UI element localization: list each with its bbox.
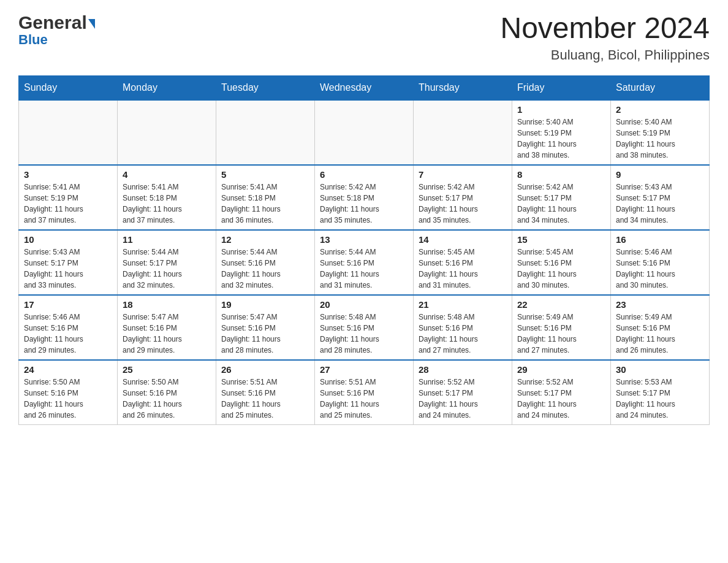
calendar-cell: 14Sunrise: 5:45 AM Sunset: 5:16 PM Dayli… <box>414 230 512 295</box>
calendar-cell: 24Sunrise: 5:50 AM Sunset: 5:16 PM Dayli… <box>19 360 118 425</box>
calendar-cell: 25Sunrise: 5:50 AM Sunset: 5:16 PM Dayli… <box>118 360 216 425</box>
day-info: Sunrise: 5:43 AM Sunset: 5:17 PM Dayligh… <box>616 182 704 226</box>
calendar-title: November 2024 <box>500 12 710 45</box>
day-number: 17 <box>24 299 112 310</box>
day-number: 21 <box>419 299 507 310</box>
day-number: 23 <box>616 299 704 310</box>
day-number: 1 <box>517 104 605 115</box>
day-number: 12 <box>221 234 309 245</box>
calendar-cell <box>216 100 315 165</box>
calendar-cell: 19Sunrise: 5:47 AM Sunset: 5:16 PM Dayli… <box>216 295 315 360</box>
week-row-3: 10Sunrise: 5:43 AM Sunset: 5:17 PM Dayli… <box>19 230 710 295</box>
day-number: 3 <box>24 169 112 180</box>
day-number: 28 <box>419 364 507 375</box>
calendar-cell: 12Sunrise: 5:44 AM Sunset: 5:16 PM Dayli… <box>216 230 315 295</box>
calendar-cell <box>19 100 118 165</box>
calendar-cell: 7Sunrise: 5:42 AM Sunset: 5:17 PM Daylig… <box>414 165 512 230</box>
day-header-friday: Friday <box>512 75 611 100</box>
calendar-cell: 10Sunrise: 5:43 AM Sunset: 5:17 PM Dayli… <box>19 230 118 295</box>
day-number: 7 <box>419 169 507 180</box>
day-info: Sunrise: 5:47 AM Sunset: 5:16 PM Dayligh… <box>221 312 309 356</box>
calendar-cell: 28Sunrise: 5:52 AM Sunset: 5:17 PM Dayli… <box>414 360 512 425</box>
calendar-cell: 26Sunrise: 5:51 AM Sunset: 5:16 PM Dayli… <box>216 360 315 425</box>
day-header-sunday: Sunday <box>19 75 118 100</box>
title-block: November 2024 Buluang, Bicol, Philippine… <box>500 12 710 63</box>
day-info: Sunrise: 5:50 AM Sunset: 5:16 PM Dayligh… <box>24 377 112 421</box>
calendar-cell: 18Sunrise: 5:47 AM Sunset: 5:16 PM Dayli… <box>118 295 216 360</box>
week-row-1: 1Sunrise: 5:40 AM Sunset: 5:19 PM Daylig… <box>19 100 710 165</box>
day-header-wednesday: Wednesday <box>315 75 414 100</box>
calendar-cell <box>414 100 512 165</box>
day-info: Sunrise: 5:51 AM Sunset: 5:16 PM Dayligh… <box>320 377 408 421</box>
calendar-cell: 21Sunrise: 5:48 AM Sunset: 5:16 PM Dayli… <box>414 295 512 360</box>
day-number: 26 <box>221 364 309 375</box>
week-row-5: 24Sunrise: 5:50 AM Sunset: 5:16 PM Dayli… <box>19 360 710 425</box>
day-info: Sunrise: 5:45 AM Sunset: 5:16 PM Dayligh… <box>419 247 507 291</box>
day-info: Sunrise: 5:46 AM Sunset: 5:16 PM Dayligh… <box>616 247 704 291</box>
calendar-cell: 23Sunrise: 5:49 AM Sunset: 5:16 PM Dayli… <box>611 295 710 360</box>
calendar-cell: 9Sunrise: 5:43 AM Sunset: 5:17 PM Daylig… <box>611 165 710 230</box>
day-info: Sunrise: 5:44 AM Sunset: 5:17 PM Dayligh… <box>123 247 211 291</box>
day-info: Sunrise: 5:44 AM Sunset: 5:16 PM Dayligh… <box>221 247 309 291</box>
day-info: Sunrise: 5:43 AM Sunset: 5:17 PM Dayligh… <box>24 247 112 291</box>
calendar-cell: 4Sunrise: 5:41 AM Sunset: 5:18 PM Daylig… <box>118 165 216 230</box>
logo: General Blue <box>18 12 95 48</box>
day-info: Sunrise: 5:52 AM Sunset: 5:17 PM Dayligh… <box>517 377 605 421</box>
page-header: General Blue November 2024 Buluang, Bico… <box>18 12 710 63</box>
calendar-cell: 13Sunrise: 5:44 AM Sunset: 5:16 PM Dayli… <box>315 230 414 295</box>
day-number: 25 <box>123 364 211 375</box>
day-number: 5 <box>221 169 309 180</box>
day-info: Sunrise: 5:41 AM Sunset: 5:18 PM Dayligh… <box>221 182 309 226</box>
calendar-cell: 27Sunrise: 5:51 AM Sunset: 5:16 PM Dayli… <box>315 360 414 425</box>
day-info: Sunrise: 5:48 AM Sunset: 5:16 PM Dayligh… <box>419 312 507 356</box>
day-info: Sunrise: 5:51 AM Sunset: 5:16 PM Dayligh… <box>221 377 309 421</box>
calendar-cell: 8Sunrise: 5:42 AM Sunset: 5:17 PM Daylig… <box>512 165 611 230</box>
day-info: Sunrise: 5:41 AM Sunset: 5:19 PM Dayligh… <box>24 182 112 226</box>
day-number: 27 <box>320 364 408 375</box>
day-info: Sunrise: 5:46 AM Sunset: 5:16 PM Dayligh… <box>24 312 112 356</box>
day-header-monday: Monday <box>118 75 216 100</box>
day-number: 10 <box>24 234 112 245</box>
day-number: 16 <box>616 234 704 245</box>
logo-general-text: General <box>18 12 87 33</box>
day-number: 8 <box>517 169 605 180</box>
calendar-cell: 15Sunrise: 5:45 AM Sunset: 5:16 PM Dayli… <box>512 230 611 295</box>
calendar-header-row: SundayMondayTuesdayWednesdayThursdayFrid… <box>19 75 710 100</box>
calendar-subtitle: Buluang, Bicol, Philippines <box>500 47 710 63</box>
week-row-2: 3Sunrise: 5:41 AM Sunset: 5:19 PM Daylig… <box>19 165 710 230</box>
calendar-cell: 29Sunrise: 5:52 AM Sunset: 5:17 PM Dayli… <box>512 360 611 425</box>
day-info: Sunrise: 5:49 AM Sunset: 5:16 PM Dayligh… <box>517 312 605 356</box>
calendar-cell: 30Sunrise: 5:53 AM Sunset: 5:17 PM Dayli… <box>611 360 710 425</box>
calendar-table: SundayMondayTuesdayWednesdayThursdayFrid… <box>18 75 710 425</box>
calendar-cell <box>315 100 414 165</box>
day-number: 24 <box>24 364 112 375</box>
day-info: Sunrise: 5:42 AM Sunset: 5:17 PM Dayligh… <box>517 182 605 226</box>
day-number: 6 <box>320 169 408 180</box>
day-info: Sunrise: 5:49 AM Sunset: 5:16 PM Dayligh… <box>616 312 704 356</box>
day-info: Sunrise: 5:42 AM Sunset: 5:17 PM Dayligh… <box>419 182 507 226</box>
day-info: Sunrise: 5:45 AM Sunset: 5:16 PM Dayligh… <box>517 247 605 291</box>
day-info: Sunrise: 5:52 AM Sunset: 5:17 PM Dayligh… <box>419 377 507 421</box>
day-info: Sunrise: 5:40 AM Sunset: 5:19 PM Dayligh… <box>517 117 605 161</box>
logo-arrow-icon <box>88 19 95 29</box>
day-info: Sunrise: 5:48 AM Sunset: 5:16 PM Dayligh… <box>320 312 408 356</box>
calendar-cell: 16Sunrise: 5:46 AM Sunset: 5:16 PM Dayli… <box>611 230 710 295</box>
calendar-cell: 3Sunrise: 5:41 AM Sunset: 5:19 PM Daylig… <box>19 165 118 230</box>
day-number: 11 <box>123 234 211 245</box>
calendar-cell: 2Sunrise: 5:40 AM Sunset: 5:19 PM Daylig… <box>611 100 710 165</box>
calendar-cell <box>118 100 216 165</box>
day-number: 15 <box>517 234 605 245</box>
day-header-tuesday: Tuesday <box>216 75 315 100</box>
calendar-cell: 5Sunrise: 5:41 AM Sunset: 5:18 PM Daylig… <box>216 165 315 230</box>
day-info: Sunrise: 5:42 AM Sunset: 5:18 PM Dayligh… <box>320 182 408 226</box>
calendar-cell: 20Sunrise: 5:48 AM Sunset: 5:16 PM Dayli… <box>315 295 414 360</box>
day-number: 30 <box>616 364 704 375</box>
day-info: Sunrise: 5:44 AM Sunset: 5:16 PM Dayligh… <box>320 247 408 291</box>
calendar-cell: 22Sunrise: 5:49 AM Sunset: 5:16 PM Dayli… <box>512 295 611 360</box>
day-number: 13 <box>320 234 408 245</box>
week-row-4: 17Sunrise: 5:46 AM Sunset: 5:16 PM Dayli… <box>19 295 710 360</box>
day-header-thursday: Thursday <box>414 75 512 100</box>
day-info: Sunrise: 5:41 AM Sunset: 5:18 PM Dayligh… <box>123 182 211 226</box>
day-number: 29 <box>517 364 605 375</box>
day-number: 19 <box>221 299 309 310</box>
